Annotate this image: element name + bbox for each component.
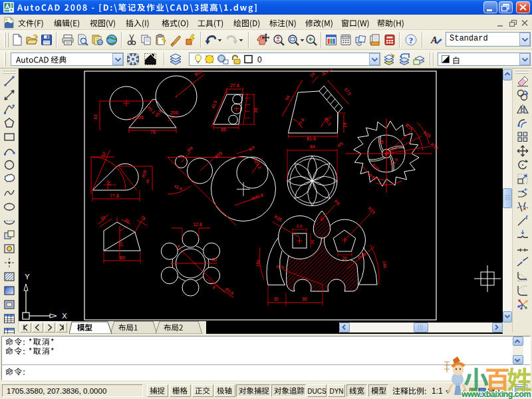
svg-text:12.8: 12.8	[193, 222, 202, 227]
svg-text:76: 76	[150, 130, 156, 134]
svg-text:206: 206	[170, 110, 178, 115]
svg-text:2.0: 2.0	[297, 224, 303, 228]
svg-text:84: 84	[310, 144, 315, 149]
svg-text:24: 24	[342, 122, 347, 128]
svg-text:160: 160	[255, 259, 261, 267]
svg-text:50: 50	[211, 257, 217, 262]
svg-text:38: 38	[253, 108, 258, 113]
svg-text:77.8: 77.8	[110, 194, 119, 198]
svg-text:0: 0	[257, 55, 262, 65]
svg-text:81.8: 81.8	[307, 136, 316, 141]
svg-text:45: 45	[378, 140, 384, 144]
svg-text:20: 20	[342, 256, 347, 261]
svg-text:66: 66	[221, 127, 226, 132]
svg-text:27.6: 27.6	[230, 83, 239, 88]
svg-text:Y: Y	[25, 273, 30, 281]
svg-text:?: ?	[409, 35, 414, 45]
svg-text:20: 20	[311, 239, 315, 244]
svg-text:43: 43	[93, 114, 98, 120]
svg-text:206: 206	[136, 115, 144, 120]
svg-text:60: 60	[120, 255, 125, 260]
svg-text:60: 60	[302, 297, 307, 301]
svg-text:X: X	[62, 312, 67, 320]
svg-text:30: 30	[273, 297, 279, 301]
svg-text:25: 25	[118, 241, 123, 247]
svg-text:24: 24	[107, 181, 111, 186]
